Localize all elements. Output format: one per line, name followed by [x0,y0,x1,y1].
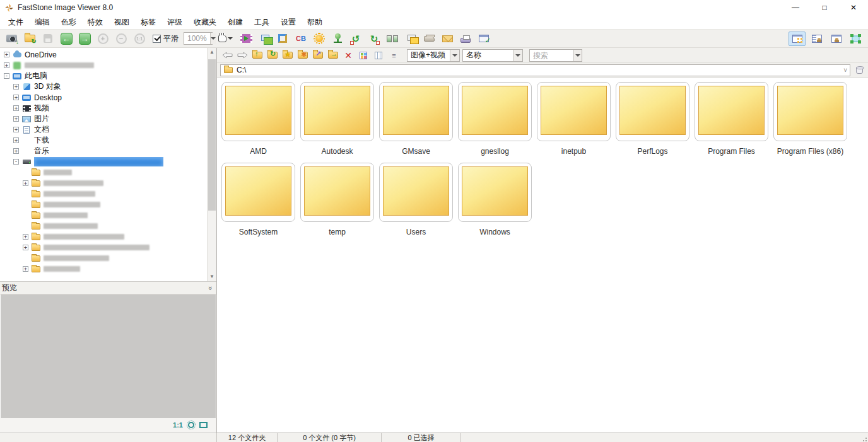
scrollbar-thumb[interactable] [208,59,216,211]
expand-icon[interactable]: + [23,234,28,240]
menu-item[interactable]: 设置 [275,15,302,29]
tree-item[interactable]: +Desktop [0,92,207,103]
menu-item[interactable]: 帮助 [302,15,328,29]
recent-folders-button[interactable]: ✱ [296,49,310,62]
thumbnails-layout-button[interactable] [356,49,370,62]
scan-button[interactable] [421,31,437,46]
menu-item[interactable]: 工具 [249,15,275,29]
minimize-button[interactable]: — [781,0,810,15]
menu-item[interactable]: 视图 [108,15,135,29]
fit-window-icon[interactable] [199,422,208,428]
chevron-down-icon[interactable]: ˅ [843,67,847,74]
address-bar[interactable]: C:\ ˅ [220,64,850,76]
folder-item[interactable]: Users [379,163,453,236]
rotate-left-button[interactable]: ↺ [348,31,363,46]
fullscreen-button[interactable] [847,32,864,46]
email-button[interactable] [440,31,455,46]
collapse-chevron-icon[interactable]: » [207,286,214,289]
folder-thumbnail[interactable] [379,82,453,141]
expand-icon[interactable]: + [13,84,19,90]
folder-item[interactable]: gnesllog [458,82,532,156]
zoom-in-button[interactable]: + [95,31,110,46]
expand-icon[interactable]: + [23,266,28,272]
sort-dropdown-button[interactable] [513,50,522,61]
expand-icon[interactable]: + [23,245,28,250]
expand-icon[interactable]: + [13,137,19,143]
wallpaper-button[interactable] [403,31,418,46]
folder-thumbnail[interactable] [458,82,532,141]
folder-thumbnail[interactable] [537,82,611,141]
filter-dropdown-button[interactable] [450,50,459,61]
tree-item[interactable]: + [0,242,207,253]
folder-item[interactable]: Program Files [695,82,768,156]
tree-item[interactable]: +3D 对象 [0,81,207,92]
tree-item[interactable]: +音乐 [0,146,207,156]
zoom-out-button[interactable]: − [114,31,129,46]
folder-item[interactable]: AMD [221,82,295,156]
tree-item[interactable]: + [0,231,207,242]
folder-thumbnail[interactable] [221,82,295,141]
folder-item[interactable]: temp [300,163,374,236]
actual-size-label[interactable]: 1:1 [173,421,183,429]
compare-button[interactable] [385,31,400,46]
folder-item[interactable]: Windows [458,163,532,236]
tree-item[interactable] [0,167,207,178]
menu-item[interactable]: 文件 [3,15,29,29]
settings-button[interactable] [476,31,491,46]
move-to-folder-button[interactable]: → [326,49,340,62]
scroll-down-icon[interactable]: ▼ [209,274,214,279]
color-adjust-button[interactable] [312,31,327,46]
folder-thumbnail[interactable] [458,163,532,222]
search-dropdown-button[interactable] [573,50,582,61]
tree-item[interactable]: + [0,264,207,274]
menu-item[interactable]: 色彩 [56,15,82,29]
folder-item[interactable]: PerfLogs [616,82,689,156]
tree-item[interactable]: +OneDrive [0,49,207,60]
tree-item[interactable]: +下载 [0,135,207,146]
expand-icon[interactable]: + [13,95,19,100]
thumbnails-view-button[interactable] [789,32,806,46]
search-combo[interactable] [529,49,582,62]
tree-item[interactable]: +图片 [0,113,207,124]
tree-item[interactable] [0,210,207,221]
expand-icon[interactable]: + [13,105,19,111]
folder-item[interactable]: SoftSystem [221,163,295,236]
folder-thumbnail[interactable] [300,82,374,141]
filmstrip-view-button[interactable] [808,32,825,46]
tree-item[interactable] [0,253,207,264]
collapse-icon[interactable]: - [13,159,19,165]
file-type-filter-select[interactable]: 图像+视频 [407,49,460,62]
maximize-button[interactable]: □ [810,0,839,15]
rotate-right-button[interactable]: ↻ [367,31,382,46]
list-layout-button[interactable]: ≡ [387,49,401,62]
folder-thumbnail[interactable] [695,82,768,141]
folder-item[interactable]: inetpub [537,82,611,156]
expand-icon[interactable]: + [13,116,19,122]
previous-image-button[interactable]: ← [59,31,74,46]
folder-thumbnail[interactable] [379,163,453,222]
preview-view-button[interactable] [828,32,845,46]
gear-icon[interactable] [188,422,194,428]
screen-capture-button[interactable] [330,31,345,46]
tree-item[interactable]: +文档 [0,124,207,135]
actual-size-button[interactable]: 1:1 [132,31,147,46]
batch-convert-button[interactable] [257,31,272,46]
up-folder-button[interactable]: ↑ [250,49,264,62]
open-folder-button[interactable]: ↻ [22,31,37,46]
expand-icon[interactable]: + [13,148,19,154]
tree-item[interactable]: - [0,156,207,167]
menu-item[interactable]: 创建 [222,15,249,29]
resize-grip[interactable] [861,436,867,442]
tree-item[interactable] [0,189,207,199]
expand-icon[interactable]: + [13,127,19,132]
folder-history-button[interactable] [853,64,865,76]
print-button[interactable] [458,31,473,46]
tree-scrollbar[interactable]: ▲ ▼ [207,48,216,281]
collapse-icon[interactable]: - [4,73,9,79]
tree-item[interactable]: -此电脑 [0,71,207,81]
menu-item[interactable]: 标签 [135,15,161,29]
expand-icon[interactable]: + [4,62,9,68]
folder-item[interactable]: Program Files (x86) [773,82,847,156]
tree-item[interactable]: + [0,178,207,189]
refresh-button[interactable]: ↻ [266,49,279,62]
